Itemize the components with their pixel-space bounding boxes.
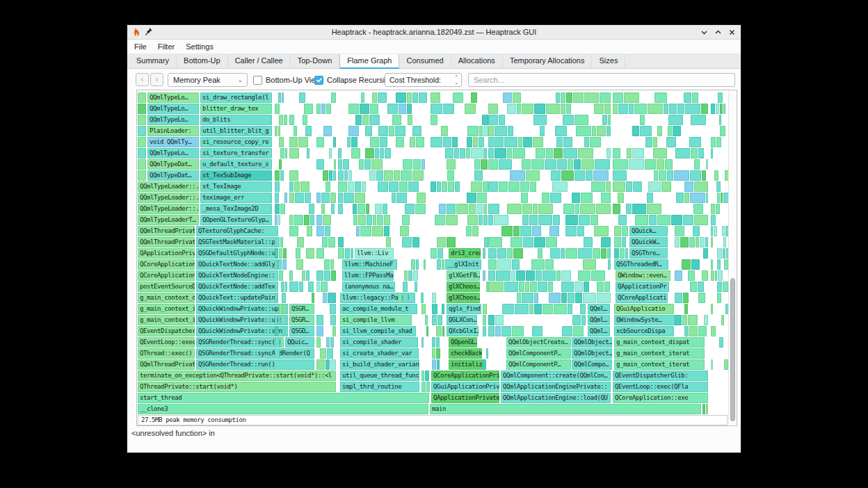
flame-cell[interactable] [351, 148, 360, 158]
flame-cell[interactable] [431, 248, 437, 259]
flame-cell[interactable] [467, 193, 476, 203]
flame-cell[interactable]: g_main_context_d: [138, 293, 195, 303]
flame-cell[interactable] [355, 115, 362, 125]
flame-cell[interactable] [302, 270, 305, 281]
flame-cell[interactable] [536, 148, 545, 158]
flame-cell[interactable]: glXChoos… [447, 293, 480, 303]
flame-cell[interactable] [479, 215, 483, 225]
flame-cell[interactable] [675, 315, 682, 325]
flame-cell[interactable] [416, 137, 424, 147]
flame-cell[interactable] [561, 92, 565, 103]
flame-cell[interactable] [447, 204, 456, 214]
flame-cell[interactable] [488, 270, 495, 281]
flame-cell[interactable] [704, 315, 708, 325]
flame-cell[interactable]: QQuickTextNode::addGly [196, 259, 278, 270]
flame-cell[interactable] [281, 282, 284, 292]
flame-cell[interactable] [467, 137, 472, 147]
flame-cell[interactable] [412, 126, 421, 136]
flame-cell[interactable] [653, 148, 667, 158]
flame-cell[interactable] [647, 204, 661, 214]
flame-cell[interactable] [306, 248, 314, 259]
flame-cell[interactable]: QEventLoop::exec(QFla [613, 382, 708, 392]
flame-cell[interactable]: util_queue_thread_func [340, 371, 419, 381]
flame-cell[interactable] [421, 371, 424, 381]
flame-cell[interactable] [608, 259, 611, 270]
tab-temporary-allocations[interactable]: Temporary Allocations [503, 54, 593, 69]
flame-cell[interactable] [557, 159, 567, 170]
flame-cell[interactable] [584, 237, 593, 247]
flame-cell[interactable]: QQmlTypeLoader::. [138, 204, 199, 214]
flame-cell[interactable]: si_draw_rectangle(l [200, 92, 272, 103]
flame-cell[interactable] [138, 104, 146, 114]
flame-cell[interactable] [522, 204, 532, 214]
collapse-recursion-checkbox[interactable] [314, 76, 323, 85]
flame-cell[interactable] [553, 215, 560, 225]
flame-cell[interactable] [358, 215, 366, 225]
flame-cell[interactable] [289, 282, 298, 292]
flame-cell[interactable] [597, 126, 606, 136]
flame-cell[interactable] [455, 181, 460, 192]
flame-cell[interactable] [534, 293, 538, 303]
flame-cell[interactable] [483, 181, 488, 192]
flame-cell[interactable] [595, 159, 610, 170]
flame-cell[interactable]: QQmlTypeDat… [147, 159, 199, 170]
flame-cell[interactable] [392, 115, 401, 125]
flame-cell[interactable] [316, 226, 324, 236]
flame-cell[interactable]: __clone3 [138, 404, 428, 414]
flame-cell[interactable] [309, 204, 314, 214]
flame-cell[interactable] [395, 126, 405, 136]
flame-cell[interactable] [408, 181, 419, 192]
flame-cell[interactable] [338, 159, 342, 170]
flame-cell[interactable] [507, 248, 513, 259]
flame-cell[interactable] [282, 259, 287, 270]
flame-cell[interactable] [549, 293, 561, 303]
flame-cell[interactable] [508, 181, 520, 192]
flame-cell[interactable] [371, 159, 383, 170]
flame-cell[interactable] [345, 248, 350, 259]
flame-cell[interactable] [296, 248, 300, 259]
flame-cell[interactable] [275, 104, 280, 114]
flame-cell[interactable]: QQmlTypeLo… [147, 115, 199, 125]
flame-cell[interactable] [516, 270, 525, 281]
flame-cell[interactable] [321, 204, 325, 214]
flame-cell[interactable] [282, 92, 284, 103]
flame-cell[interactable] [348, 104, 359, 114]
flame-cell[interactable] [583, 293, 596, 303]
flame-cell[interactable] [403, 293, 408, 303]
flame-cell[interactable] [684, 92, 691, 103]
flame-cell[interactable] [626, 204, 632, 214]
flame-cell[interactable] [321, 282, 328, 292]
flame-cell[interactable] [517, 293, 521, 303]
flame-cell[interactable] [437, 181, 441, 192]
flame-cell[interactable] [279, 304, 282, 314]
flame-cell[interactable] [325, 226, 330, 236]
flame-cell[interactable] [285, 148, 287, 158]
flame-cell[interactable] [702, 404, 705, 414]
flame-cell[interactable] [675, 148, 690, 158]
flame-cell[interactable] [649, 215, 657, 225]
flame-cell[interactable] [597, 293, 611, 303]
flame-cell[interactable] [496, 270, 511, 281]
flame-cell[interactable] [531, 259, 545, 270]
flame-cell[interactable] [421, 337, 424, 348]
flame-cell[interactable] [305, 193, 311, 203]
flame-cell[interactable]: void QQmlTy… [147, 137, 199, 147]
flame-cell[interactable] [566, 104, 571, 114]
flame-cell[interactable]: QWindowSyste… [614, 315, 677, 325]
flame-cell[interactable] [620, 248, 625, 259]
flame-cell[interactable] [330, 259, 334, 270]
flame-cell[interactable] [398, 293, 402, 303]
flame-cell[interactable] [546, 148, 553, 158]
flame-cell[interactable] [275, 215, 278, 225]
flame-cell[interactable] [550, 193, 561, 203]
flame-cell[interactable] [436, 348, 440, 359]
flame-cell[interactable] [716, 204, 720, 214]
flame-cell[interactable] [694, 215, 708, 225]
flame-cell[interactable] [425, 315, 428, 325]
flame-cell[interactable] [453, 92, 463, 103]
flame-cell[interactable] [488, 237, 502, 247]
flame-cell[interactable] [618, 215, 627, 225]
flame-cell[interactable] [533, 115, 547, 125]
flame-cell[interactable] [299, 92, 305, 103]
flame-cell[interactable] [648, 181, 661, 192]
